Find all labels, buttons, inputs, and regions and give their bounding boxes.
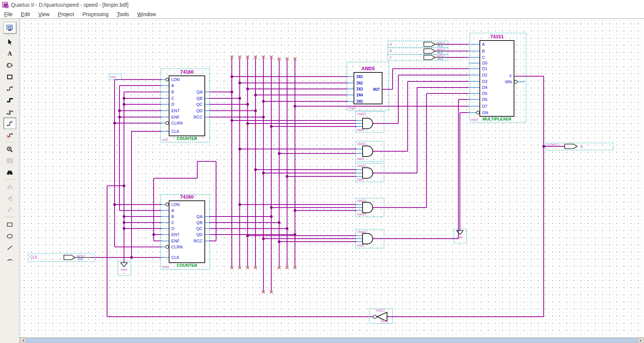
partial-line-selection-icon[interactable]	[3, 129, 16, 141]
selection-arrow-icon[interactable]	[3, 36, 16, 48]
scroll-right-arrow-icon[interactable]: ►	[638, 338, 644, 343]
menu-item-project[interactable]: Project	[54, 11, 79, 18]
horizontal-scrollbar[interactable]: ◄ ►	[20, 337, 644, 343]
text-tool-icon[interactable]: A	[3, 48, 16, 59]
block-tool-icon[interactable]	[3, 71, 16, 83]
oval-tool-icon[interactable]	[3, 230, 16, 242]
menu-item-edit[interactable]: Edit	[17, 11, 34, 18]
flip-vertical-icon	[3, 193, 16, 204]
quartus-logo-icon	[2, 2, 9, 8]
menu-item-tools[interactable]: Tools	[113, 11, 133, 18]
attach-document-icon[interactable]	[3, 22, 16, 33]
bus-line-tool-icon[interactable]	[3, 94, 16, 106]
schematic-canvas[interactable]	[20, 19, 644, 338]
left-toolbar: A	[0, 19, 20, 343]
rectangle-tool-icon[interactable]	[3, 218, 16, 230]
symbol-tool-icon[interactable]	[3, 59, 16, 71]
menu-item-processing[interactable]: Processing	[78, 11, 112, 18]
arc-tool-icon[interactable]	[3, 253, 16, 265]
window-title: Quartus II - D:/quartus/speed - speed - …	[11, 2, 128, 8]
scrollbar-thumb[interactable]	[26, 338, 638, 343]
menu-item-window[interactable]: Window	[133, 11, 160, 18]
rotate-left-icon	[3, 204, 16, 216]
scroll-left-arrow-icon[interactable]: ◄	[20, 338, 26, 343]
zoom-tool-icon[interactable]	[3, 143, 16, 155]
menu-bar: FileEditViewProjectProcessingToolsWindow	[0, 10, 644, 19]
conduit-line-tool-icon[interactable]	[3, 106, 16, 117]
flip-horizontal-icon	[3, 181, 16, 193]
full-screen-icon	[3, 155, 16, 167]
svg-text:A: A	[8, 50, 12, 57]
window-titlebar: Quartus II - D:/quartus/speed - speed - …	[0, 0, 644, 10]
line-tool-icon[interactable]	[3, 242, 16, 253]
find-tool-icon[interactable]	[3, 167, 16, 178]
rubberbanding-tool[interactable]	[3, 117, 16, 129]
node-line-tool-icon[interactable]	[3, 83, 16, 94]
menu-item-file[interactable]: File	[0, 11, 17, 18]
menu-item-view[interactable]: View	[34, 11, 54, 18]
